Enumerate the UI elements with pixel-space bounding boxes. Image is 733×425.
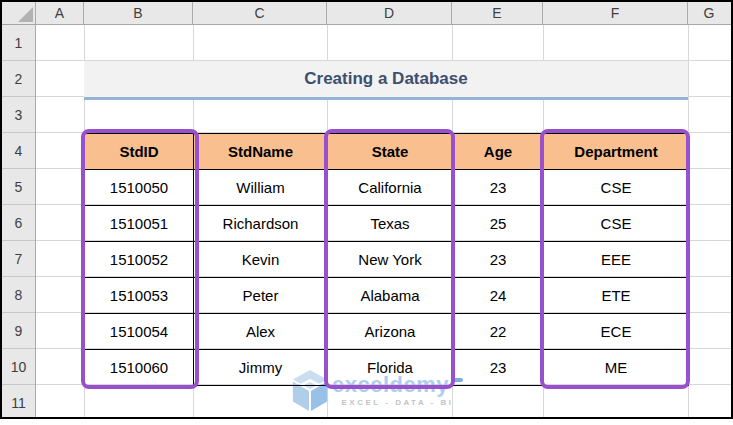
table-cell[interactable]: Richardson [194, 206, 328, 242]
row-header-2[interactable]: 2 [2, 61, 35, 97]
select-all-button[interactable] [2, 2, 36, 24]
column-header-B[interactable]: B [84, 2, 193, 24]
column-header-G[interactable]: G [688, 2, 730, 24]
data-table: StdIDStdNameStateAgeDepartment 1510050Wi… [84, 133, 689, 386]
table-cell[interactable]: ETE [544, 278, 689, 314]
table-header-cell-age[interactable]: Age [453, 134, 544, 170]
select-all-triangle-icon [18, 7, 33, 22]
table-cell[interactable]: Kevin [194, 242, 328, 278]
table-cell[interactable]: 23 [453, 350, 544, 386]
table-cell[interactable]: ME [544, 350, 689, 386]
table-cell[interactable]: CSE [544, 206, 689, 242]
table-cell[interactable]: William [194, 170, 328, 206]
table-row: 1510052KevinNew York23EEE [85, 242, 689, 278]
table-cell[interactable]: ECE [544, 314, 689, 350]
row-header-1[interactable]: 1 [2, 25, 35, 61]
table-cell[interactable]: Alex [194, 314, 328, 350]
table-cell[interactable]: 1510054 [85, 314, 194, 350]
table-cell[interactable]: 25 [453, 206, 544, 242]
column-header-C[interactable]: C [193, 2, 327, 24]
table-cell[interactable]: New York [328, 242, 453, 278]
table-row: 1510050WilliamCalifornia23CSE [85, 170, 689, 206]
table-cell[interactable]: California [328, 170, 453, 206]
table-cell[interactable]: Florida [328, 350, 453, 386]
table-cell[interactable]: 24 [453, 278, 544, 314]
watermark-tagline: EXCEL - DATA - BI [342, 398, 454, 407]
table-cell[interactable]: Texas [328, 206, 453, 242]
table-header-cell-state[interactable]: State [328, 134, 453, 170]
row-header-6[interactable]: 6 [2, 205, 35, 241]
table-header-cell-department[interactable]: Department [544, 134, 689, 170]
table-cell[interactable]: EEE [544, 242, 689, 278]
table-row: 1510060JimmyFlorida23ME [85, 350, 689, 386]
row-header-10[interactable]: 10 [2, 349, 35, 385]
table-header-cell-stdid[interactable]: StdID [85, 134, 194, 170]
table-cell[interactable]: 1510050 [85, 170, 194, 206]
column-header-F[interactable]: F [543, 2, 688, 24]
column-headers: ABCDEFG [2, 2, 731, 25]
row-header-11[interactable]: 11 [2, 385, 35, 419]
spreadsheet-window: ABCDEFG 1234567891011 exceldemy EXCEL - … [0, 0, 733, 419]
table-cell[interactable]: 23 [453, 170, 544, 206]
table-cell[interactable]: 1510051 [85, 206, 194, 242]
page-title: Creating a Database [304, 69, 467, 89]
row-header-9[interactable]: 9 [2, 313, 35, 349]
table-row: 1510051RichardsonTexas25CSE [85, 206, 689, 242]
table-cell[interactable]: CSE [544, 170, 689, 206]
row-header-7[interactable]: 7 [2, 241, 35, 277]
table-body: 1510050WilliamCalifornia23CSE1510051Rich… [85, 170, 689, 386]
table-row: 1510053PeterAlabama24ETE [85, 278, 689, 314]
row-header-5[interactable]: 5 [2, 169, 35, 205]
table-cell[interactable]: Peter [194, 278, 328, 314]
column-header-A[interactable]: A [36, 2, 84, 24]
row-headers: 1234567891011 [2, 25, 36, 417]
table-header-cell-stdname[interactable]: StdName [194, 134, 328, 170]
column-header-D[interactable]: D [327, 2, 452, 24]
table-header-row: StdIDStdNameStateAgeDepartment [85, 134, 689, 170]
table-cell[interactable]: 1510052 [85, 242, 194, 278]
table-cell[interactable]: 22 [453, 314, 544, 350]
table-cell[interactable]: Jimmy [194, 350, 328, 386]
row-header-4[interactable]: 4 [2, 133, 35, 169]
table-cell[interactable]: Alabama [328, 278, 453, 314]
title-cell[interactable]: Creating a Database [84, 61, 688, 100]
row-header-8[interactable]: 8 [2, 277, 35, 313]
column-header-E[interactable]: E [452, 2, 543, 24]
table-row: 1510054AlexArizona22ECE [85, 314, 689, 350]
row-header-3[interactable]: 3 [2, 97, 35, 133]
table-cell[interactable]: 1510060 [85, 350, 194, 386]
table-cell[interactable]: 23 [453, 242, 544, 278]
table-cell[interactable]: 1510053 [85, 278, 194, 314]
table-cell[interactable]: Arizona [328, 314, 453, 350]
